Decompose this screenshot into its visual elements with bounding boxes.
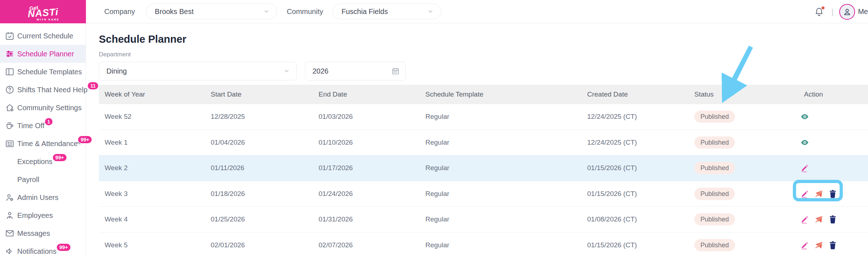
user-gear-icon <box>5 193 14 202</box>
week-cell: Week 5 <box>99 241 205 249</box>
end-date-cell: 01/03/2026 <box>313 113 420 121</box>
sidebar-item-label: Schedule Planner <box>17 50 74 58</box>
community-label: Community <box>287 8 323 16</box>
app-logo[interactable]: Get NASTi WITH KARE <box>0 0 86 23</box>
user-avatar[interactable] <box>839 4 855 20</box>
template-cell: Regular <box>420 139 581 146</box>
table-row-annotated: Week 3 01/18/2026 01/24/2026 Regular 01/… <box>99 181 868 207</box>
schedule-table: Week of Year Start Date End Date Schedul… <box>99 85 868 257</box>
sidebar-item-label: Notifications <box>17 247 56 256</box>
sidebar-item-current-schedule[interactable]: Current Schedule <box>0 27 86 45</box>
created-date-cell: 01/15/2026 (CT) <box>581 164 689 172</box>
count-badge: 1 <box>45 118 53 125</box>
sidebar-item-label: Current Schedule <box>17 32 73 40</box>
sidebar-nav: Current Schedule Schedule Planner Schedu… <box>0 23 86 257</box>
sidebar-item-messages[interactable]: Messages <box>0 224 86 242</box>
table-row: Week 4 01/25/2026 01/31/2026 Regular 01/… <box>99 207 868 233</box>
action-cell <box>793 215 868 224</box>
start-date-cell: 01/04/2026 <box>205 139 313 146</box>
end-date-cell: 01/17/2026 <box>313 164 420 172</box>
sidebar-item-label: Payroll <box>17 176 39 184</box>
chevron-down-icon <box>283 68 290 74</box>
created-date-cell: 01/15/2026 (CT) <box>581 241 689 249</box>
column-header: Created Date <box>581 90 689 98</box>
end-date-cell: 02/07/2026 <box>313 241 420 249</box>
week-cell: Week 1 <box>99 139 205 146</box>
sidebar-item-label: Exceptions <box>17 158 52 166</box>
department-select-value: Dining <box>106 67 127 75</box>
sidebar-item-notifications[interactable]: Notifications 99+ <box>0 242 86 257</box>
company-select[interactable]: Brooks Best <box>146 4 277 19</box>
action-cell <box>793 112 868 121</box>
status-badge: Published <box>694 188 735 200</box>
edit-icon[interactable] <box>800 240 809 250</box>
notifications-bell-button[interactable] <box>814 6 825 17</box>
calendar-icon <box>392 67 399 75</box>
status-badge: Published <box>694 111 735 123</box>
user-avatar-icon <box>842 7 852 17</box>
sidebar-item-label: Schedule Templates <box>17 68 82 76</box>
sidebar-item-schedule-planner[interactable]: Schedule Planner <box>0 45 86 63</box>
week-cell: Week 52 <box>99 113 205 121</box>
sidebar-item-label: Employees <box>17 211 53 220</box>
delete-icon[interactable] <box>828 240 837 250</box>
edit-icon[interactable] <box>800 215 809 224</box>
logo-text-main: NASTi <box>27 7 59 19</box>
home-gear-icon <box>5 103 14 112</box>
sidebar-item-shifts-that-need-help[interactable]: Shifts That Need Help 11 <box>0 81 86 99</box>
view-icon[interactable] <box>800 138 809 147</box>
sliders-icon <box>5 49 14 59</box>
sidebar-item-time-attendance[interactable]: Time & Attendance 99+ <box>0 135 86 153</box>
delete-icon[interactable] <box>828 215 837 224</box>
calendar-check-icon <box>5 31 14 41</box>
column-header: Start Date <box>205 90 313 98</box>
status-badge: Published <box>694 239 735 251</box>
column-header: End Date <box>313 90 420 98</box>
start-date-cell: 01/25/2026 <box>205 215 313 223</box>
main-content: Schedule Planner Department Dining 2026 … <box>86 23 868 257</box>
end-date-cell: 01/31/2026 <box>313 215 420 223</box>
unpublish-icon[interactable] <box>814 215 823 224</box>
sidebar-item-time-off[interactable]: Time Off 1 <box>0 117 86 135</box>
logo-text-sub: WITH KARE <box>37 18 59 21</box>
edit-icon[interactable] <box>800 163 809 173</box>
template-cell: Regular <box>420 164 581 172</box>
sidebar-item-employees[interactable]: Employees <box>0 206 86 224</box>
column-header: Status <box>689 90 793 98</box>
year-input[interactable]: 2026 <box>305 62 406 80</box>
id-card-icon <box>5 139 14 148</box>
column-header: Action <box>793 90 868 98</box>
table-row: Week 52 12/28/2025 01/03/2026 Regular 12… <box>99 104 868 130</box>
community-select[interactable]: Fuschia Fields <box>333 4 441 19</box>
unpublish-icon[interactable] <box>814 189 823 198</box>
sidebar-item-schedule-templates[interactable]: Schedule Templates <box>0 63 86 81</box>
action-cell <box>793 189 868 198</box>
department-select[interactable]: Dining <box>99 62 297 80</box>
sidebar-item-exceptions[interactable]: Exceptions 99+ <box>0 153 86 170</box>
action-cell <box>793 163 868 173</box>
speaker-icon <box>5 247 14 256</box>
table-row: Week 1 01/04/2026 01/10/2026 Regular 12/… <box>99 130 868 156</box>
sidebar-item-label: Messages <box>17 229 50 238</box>
view-icon[interactable] <box>800 112 809 121</box>
week-cell: Week 4 <box>99 215 205 223</box>
start-date-cell: 01/11/2026 <box>205 164 313 172</box>
sidebar-item-payroll[interactable]: Payroll <box>0 170 86 188</box>
unpublish-icon[interactable] <box>814 240 823 250</box>
delete-icon[interactable] <box>828 189 837 198</box>
end-date-cell: 01/24/2026 <box>313 190 420 198</box>
sidebar-item-community-settings[interactable]: Community Settings <box>0 99 86 117</box>
start-date-cell: 01/18/2026 <box>205 190 313 198</box>
start-date-cell: 02/01/2026 <box>205 241 313 249</box>
topbar-right: | Me <box>814 0 868 23</box>
count-badge: 99+ <box>53 154 67 161</box>
action-cell <box>793 240 868 250</box>
user-name: Me <box>858 8 868 16</box>
sidebar-item-admin-users[interactable]: Admin Users <box>0 188 86 206</box>
chevron-down-icon <box>427 8 434 15</box>
sidebar: Get NASTi WITH KARE Current Schedule Sch… <box>0 0 86 257</box>
edit-icon[interactable] <box>800 189 809 198</box>
template-cell: Regular <box>420 215 581 223</box>
created-date-cell: 12/24/2025 (CT) <box>581 139 689 146</box>
year-input-value: 2026 <box>312 67 329 75</box>
